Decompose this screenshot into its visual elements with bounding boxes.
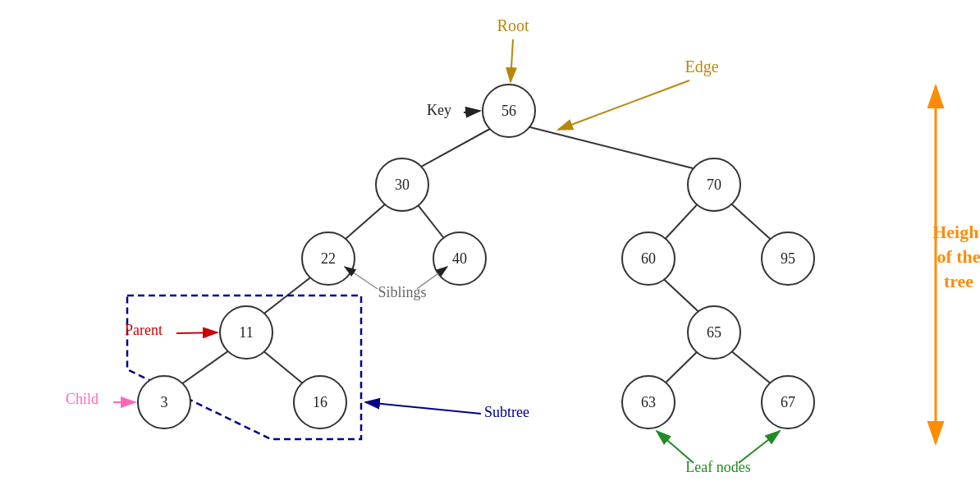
key-arrow <box>464 111 480 112</box>
root-label: Root <box>497 16 529 34</box>
node-63-label: 63 <box>641 394 656 410</box>
edge-label: Edge <box>685 57 718 76</box>
node-65-label: 65 <box>707 324 721 341</box>
siblings-label: Siblings <box>378 284 426 300</box>
edge-56-30 <box>414 125 497 171</box>
tree-diagram: 56 30 70 22 40 60 95 11 65 3 16 63 67 Ro… <box>0 0 980 504</box>
leaf-arrow-67 <box>739 431 780 463</box>
leaf-arrow-63 <box>657 431 694 463</box>
edge-11-3 <box>176 346 235 388</box>
node-22-label: 22 <box>321 250 336 267</box>
edge-70-60 <box>660 199 703 245</box>
node-56-label: 56 <box>501 103 516 119</box>
subtree-label: Subtree <box>484 404 529 420</box>
subtree-arrow <box>365 402 481 414</box>
node-30-label: 30 <box>395 176 410 193</box>
edge-56-70 <box>520 125 703 171</box>
node-95-label: 95 <box>781 250 795 267</box>
node-11-label: 11 <box>239 324 253 341</box>
edge-70-95 <box>726 199 776 245</box>
parent-label: Parent <box>125 322 163 338</box>
key-label: Key <box>427 102 451 118</box>
height-label-1: Height <box>932 222 980 242</box>
height-label-3: tree <box>944 271 973 291</box>
edge-65-67 <box>726 346 776 388</box>
node-40-label: 40 <box>452 250 467 267</box>
child-label: Child <box>66 391 98 407</box>
edge-11-16 <box>258 346 309 388</box>
root-arrow <box>511 39 513 82</box>
node-3-label: 3 <box>161 394 168 410</box>
height-label-2: of the <box>936 246 980 267</box>
edge-30-22 <box>339 199 392 245</box>
node-16-label: 16 <box>313 394 327 410</box>
node-67-label: 67 <box>781 394 795 410</box>
edge-arrow <box>558 80 689 130</box>
node-70-label: 70 <box>707 176 721 193</box>
parent-arrow <box>176 332 218 333</box>
siblings-arrow-22 <box>345 267 378 289</box>
node-60-label: 60 <box>641 250 656 267</box>
